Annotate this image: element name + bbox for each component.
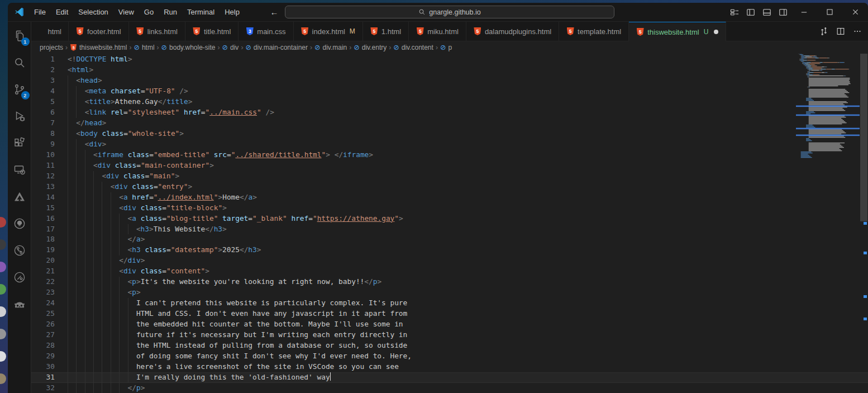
line-number[interactable]: 10 [31, 150, 55, 160]
line-number[interactable]: 14 [31, 192, 55, 203]
line-number[interactable]: 32 [31, 383, 55, 393]
line-number[interactable]: 7 [31, 118, 55, 129]
line-number[interactable]: 1 [31, 54, 55, 65]
tab-index-html[interactable]: 5index.htmlM [294, 22, 363, 41]
line-number[interactable]: 21 [31, 266, 55, 277]
line-content[interactable]: <a class="blog-title" target="_blank" hr… [68, 214, 403, 224]
extensions-icon[interactable] [10, 134, 29, 153]
source-control-graph-icon[interactable] [10, 241, 29, 260]
window-maximize-button[interactable] [817, 3, 842, 21]
line-content[interactable]: <html> [68, 65, 93, 75]
tab-links-html[interactable]: 5links.html [129, 22, 185, 41]
breadcrumb-item-div[interactable]: ⊘div [222, 44, 239, 51]
line-number[interactable]: 23 [31, 287, 55, 298]
nav-back-button[interactable]: ← [267, 7, 282, 17]
breadcrumb-item-thiswebsite-html[interactable]: 5thiswebsite.html [70, 44, 127, 51]
line-content[interactable]: <div class="main-container"> [68, 160, 214, 171]
line-content[interactable]: the HTML instead of pulling from a datab… [68, 340, 407, 351]
line-content[interactable]: </p> [68, 383, 145, 393]
gitlens-inspect-icon[interactable] [10, 268, 29, 287]
line-number[interactable]: 26 [31, 319, 55, 330]
breadcrumb-item-div-main-container[interactable]: ⊘div.main-container [245, 44, 308, 51]
more-actions-button[interactable] [850, 22, 865, 41]
line-content[interactable]: <iframe class="embed-title" src="../shar… [68, 150, 373, 160]
line-number[interactable]: 6 [31, 107, 55, 118]
line-content[interactable]: HTML and CSS. I don't even have any java… [68, 309, 407, 319]
line-content[interactable]: <h3>This Website</h3> [68, 224, 227, 235]
line-number[interactable]: 16 [31, 214, 55, 224]
line-content[interactable]: <div> [68, 139, 106, 150]
tab-template-html[interactable]: 5template.html [559, 22, 629, 41]
line-number[interactable]: 24 [31, 298, 55, 309]
line-number[interactable]: 18 [31, 234, 55, 245]
code-area[interactable]: 1<!DOCTYPE html>2<html>3<head>4<meta cha… [31, 54, 868, 393]
minimap[interactable] [796, 54, 860, 393]
line-content[interactable]: </div> [68, 255, 145, 266]
line-number[interactable]: 8 [31, 129, 55, 139]
line-number[interactable]: 27 [31, 330, 55, 340]
toggle-panel-button[interactable] [759, 3, 775, 21]
line-content[interactable]: <link rel="stylesheet" href="../main.css… [68, 107, 274, 118]
open-changes-button[interactable] [817, 22, 831, 41]
line-content[interactable]: <div class="content"> [68, 266, 209, 277]
breadcrumb-item-body-whole-site[interactable]: ⊘body.whole-site [161, 44, 216, 51]
breadcrumb-item-div-content[interactable]: ⊘div.content [393, 44, 433, 51]
line-number[interactable]: 5 [31, 97, 55, 107]
menu-selection[interactable]: Selection [73, 3, 113, 21]
tab-title-html[interactable]: 5title.html [185, 22, 239, 41]
line-number[interactable]: 3 [31, 75, 55, 86]
customize-layout-button[interactable] [726, 3, 742, 21]
menu-edit[interactable]: Edit [51, 3, 73, 21]
line-content[interactable]: <body class="whole-site"> [68, 129, 184, 139]
search-icon[interactable] [10, 53, 29, 72]
line-content[interactable]: <p>It's the website you're looking at ri… [68, 277, 381, 287]
line-content[interactable]: <!DOCTYPE html> [68, 54, 132, 65]
line-number[interactable]: 15 [31, 203, 55, 214]
line-content[interactable]: <p> [68, 287, 141, 298]
source-control-icon[interactable]: 2 [10, 80, 29, 99]
breadcrumb-item-html[interactable]: ⊘html [133, 44, 154, 51]
menu-help[interactable]: Help [220, 3, 245, 21]
line-number[interactable]: 20 [31, 255, 55, 266]
run-and-debug-icon[interactable] [10, 107, 29, 126]
line-content[interactable]: <div class="title-block"> [68, 203, 227, 214]
tab-dalamudplugins-html[interactable]: 5dalamudplugins.html [466, 22, 559, 41]
line-number[interactable]: 19 [31, 245, 55, 255]
triangle-a-extension-icon[interactable] [10, 187, 29, 206]
line-content[interactable]: I'm really doing this the 'old-fashioned… [68, 372, 331, 383]
line-number[interactable]: 12 [31, 171, 55, 182]
dirty-indicator-dot[interactable] [714, 30, 718, 34]
line-number[interactable]: 13 [31, 182, 55, 192]
tab-html[interactable]: html [31, 22, 69, 41]
menu-run[interactable]: Run [159, 3, 182, 21]
line-number[interactable]: 4 [31, 86, 55, 97]
line-content[interactable]: <title>Athene.Gay</title> [68, 97, 192, 107]
menu-file[interactable]: File [29, 3, 51, 21]
line-content[interactable]: the embedded hit counter at the bottom. … [68, 319, 403, 330]
menu-terminal[interactable]: Terminal [182, 3, 220, 21]
tab-1-html[interactable]: 51.html [363, 22, 409, 41]
line-content[interactable]: </head> [68, 118, 106, 129]
line-number[interactable]: 30 [31, 362, 55, 372]
explorer-icon[interactable]: 1 [10, 26, 29, 45]
editor-scrollbar[interactable] [860, 54, 868, 393]
breadcrumb-item-projects[interactable]: projects [40, 44, 63, 51]
line-content[interactable]: <div class="main"> [68, 171, 179, 182]
breadcrumb-item-div-main[interactable]: ⊘div.main [314, 44, 347, 51]
menu-view[interactable]: View [113, 3, 139, 21]
line-content[interactable]: <h3 class="datestamp">2025</h3> [68, 245, 261, 255]
line-content[interactable]: <a href="../index.html">Home</a> [68, 192, 257, 203]
line-number[interactable]: 25 [31, 309, 55, 319]
godot-tools-icon[interactable] [10, 295, 29, 314]
line-number[interactable]: 17 [31, 224, 55, 235]
line-number[interactable]: 2 [31, 65, 55, 75]
breadcrumb-item-p[interactable]: ⊘p [440, 44, 452, 51]
tab-footer-html[interactable]: 5footer.html [69, 22, 129, 41]
line-number[interactable]: 9 [31, 139, 55, 150]
line-content[interactable]: </a> [68, 234, 145, 245]
toggle-secondary-sidebar-button[interactable] [775, 3, 791, 21]
github-icon[interactable] [10, 214, 29, 233]
line-number[interactable]: 11 [31, 160, 55, 171]
tab-miku-html[interactable]: 5miku.html [409, 22, 466, 41]
line-content[interactable]: <head> [68, 75, 102, 86]
